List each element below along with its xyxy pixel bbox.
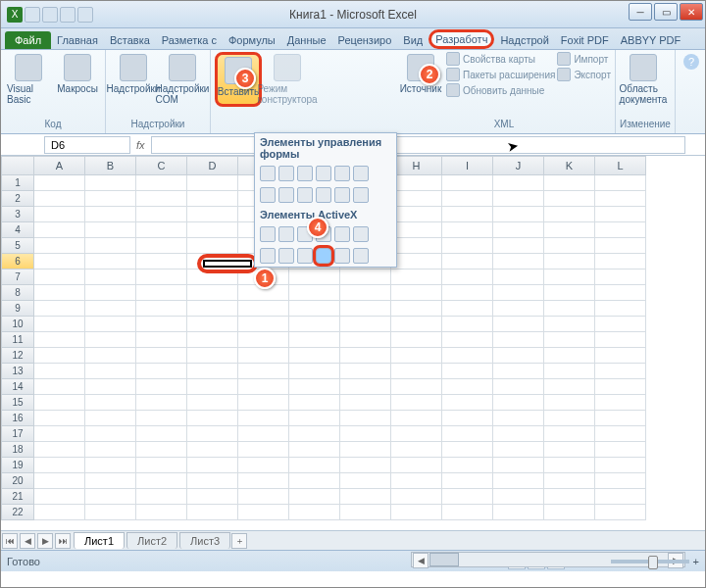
- sheet-last-icon[interactable]: ⏭: [55, 533, 71, 549]
- form-button-icon[interactable]: [260, 166, 276, 181]
- addins-button[interactable]: Надстройки: [110, 52, 157, 107]
- cell[interactable]: [544, 458, 595, 473]
- cell[interactable]: [85, 301, 136, 317]
- ax-label-icon[interactable]: [297, 248, 313, 264]
- cell[interactable]: [391, 317, 442, 332]
- tab-review[interactable]: Рецензиро: [332, 31, 398, 49]
- cell[interactable]: [187, 489, 238, 505]
- cell[interactable]: [595, 207, 646, 222]
- design-mode-button[interactable]: Режим конструктора: [264, 52, 311, 107]
- cell[interactable]: [391, 411, 442, 426]
- ax-image-icon[interactable]: [316, 248, 331, 264]
- cell[interactable]: [187, 317, 238, 332]
- cell[interactable]: [136, 348, 187, 364]
- cell[interactable]: [34, 411, 85, 426]
- cell[interactable]: [493, 489, 544, 505]
- cell[interactable]: [493, 379, 544, 395]
- cell[interactable]: [493, 332, 544, 348]
- cell[interactable]: [187, 458, 238, 473]
- cell[interactable]: [391, 301, 442, 317]
- row-header[interactable]: 9: [1, 301, 34, 317]
- cell[interactable]: [391, 191, 442, 207]
- qat-save-icon[interactable]: [25, 7, 40, 23]
- cell[interactable]: [544, 254, 595, 270]
- cell[interactable]: [493, 207, 544, 222]
- cell[interactable]: [340, 489, 391, 505]
- cell[interactable]: [136, 395, 187, 411]
- row-header[interactable]: 13: [1, 364, 34, 379]
- cell[interactable]: [85, 175, 136, 191]
- cell[interactable]: [544, 379, 595, 395]
- tab-data[interactable]: Данные: [281, 31, 332, 49]
- cell[interactable]: [544, 301, 595, 317]
- cell[interactable]: [187, 364, 238, 379]
- cell[interactable]: [238, 458, 289, 473]
- cell[interactable]: [34, 222, 85, 238]
- cell[interactable]: [85, 222, 136, 238]
- cell[interactable]: [442, 285, 493, 301]
- sheet-tab-3[interactable]: Лист3: [179, 532, 230, 549]
- row-header[interactable]: 6: [1, 254, 34, 270]
- cell[interactable]: [391, 442, 442, 458]
- row-header[interactable]: 18: [1, 442, 34, 458]
- cell[interactable]: [493, 426, 544, 442]
- cell[interactable]: [391, 175, 442, 191]
- cell[interactable]: [238, 442, 289, 458]
- cell[interactable]: [493, 442, 544, 458]
- form-combo-icon[interactable]: [278, 166, 294, 181]
- cell[interactable]: [595, 348, 646, 364]
- cell[interactable]: [391, 285, 442, 301]
- cell[interactable]: [391, 473, 442, 489]
- cell[interactable]: [493, 458, 544, 473]
- cell[interactable]: [442, 489, 493, 505]
- cell[interactable]: [340, 458, 391, 473]
- cell[interactable]: [136, 426, 187, 442]
- cell[interactable]: [289, 473, 340, 489]
- cell[interactable]: [85, 270, 136, 285]
- cell[interactable]: [238, 411, 289, 426]
- cell[interactable]: [340, 364, 391, 379]
- row-header[interactable]: 11: [1, 332, 34, 348]
- cell[interactable]: [238, 395, 289, 411]
- form-scroll-icon[interactable]: [297, 187, 313, 203]
- cell[interactable]: [34, 332, 85, 348]
- cell[interactable]: [442, 364, 493, 379]
- cell[interactable]: [289, 411, 340, 426]
- cell[interactable]: [595, 379, 646, 395]
- sheet-prev-icon[interactable]: ◀: [20, 533, 35, 549]
- cell[interactable]: [340, 270, 391, 285]
- cell[interactable]: [85, 473, 136, 489]
- cell[interactable]: [136, 222, 187, 238]
- cell[interactable]: [187, 332, 238, 348]
- cell[interactable]: [391, 364, 442, 379]
- cell[interactable]: [595, 222, 646, 238]
- cell[interactable]: [442, 175, 493, 191]
- cell[interactable]: [136, 270, 187, 285]
- cell[interactable]: [442, 270, 493, 285]
- cell[interactable]: [289, 395, 340, 411]
- cell[interactable]: [442, 458, 493, 473]
- row-header[interactable]: 4: [1, 222, 34, 238]
- cell[interactable]: [544, 426, 595, 442]
- cell[interactable]: [544, 442, 595, 458]
- cell[interactable]: [595, 254, 646, 270]
- cell[interactable]: [391, 254, 442, 270]
- form-check-icon[interactable]: [297, 166, 313, 181]
- cell[interactable]: [85, 442, 136, 458]
- cell[interactable]: [442, 505, 493, 520]
- cell[interactable]: [493, 364, 544, 379]
- cell[interactable]: [340, 301, 391, 317]
- doc-panel-button[interactable]: Область документа: [620, 52, 667, 107]
- cell[interactable]: [34, 395, 85, 411]
- qat-undo-icon[interactable]: [42, 7, 58, 23]
- cell[interactable]: [238, 489, 289, 505]
- expansion-button[interactable]: Пакеты расширения: [446, 68, 555, 81]
- col-A[interactable]: A: [34, 156, 85, 175]
- cell[interactable]: [442, 379, 493, 395]
- tab-foxit[interactable]: Foxit PDF: [555, 31, 615, 49]
- cell[interactable]: [544, 270, 595, 285]
- row-header[interactable]: 14: [1, 379, 34, 395]
- cell[interactable]: [34, 285, 85, 301]
- scroll-thumb[interactable]: [429, 553, 459, 566]
- cell[interactable]: [238, 364, 289, 379]
